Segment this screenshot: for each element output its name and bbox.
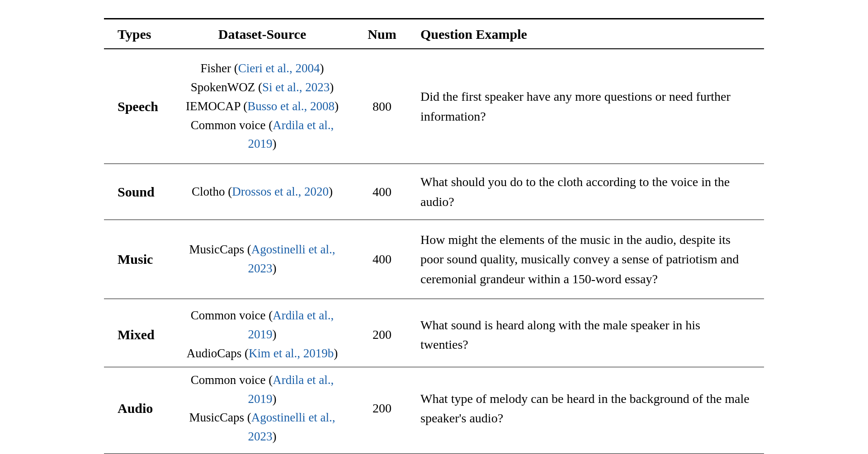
num-cell: 400: [357, 164, 407, 220]
num-cell: 200: [357, 299, 407, 367]
type-cell: Speech: [104, 49, 167, 164]
question-cell: What sound is heard along with the male …: [407, 299, 764, 367]
type-cell: Mixed: [104, 299, 167, 367]
citation: Ardila et al., 2019: [248, 118, 334, 151]
citation: Drossos et al., 2020: [232, 185, 329, 198]
table-row: Sound Clotho (Drossos et al., 2020) 400 …: [104, 164, 764, 220]
col-header-question: Question Example: [407, 19, 764, 49]
table-row: Audio Common voice (Ardila et al., 2019)…: [104, 367, 764, 454]
source-cell: Common voice (Ardila et al., 2019) Music…: [167, 367, 357, 454]
table-row: Mixed Common voice (Ardila et al., 2019)…: [104, 299, 764, 367]
num-cell: 400: [357, 220, 407, 299]
citation: Agostinelli et al., 2023: [248, 411, 335, 443]
citation: Busso et al., 2008: [247, 99, 335, 113]
citation: Kim et al., 2019b: [249, 346, 334, 360]
citation: Si et al., 2023: [262, 80, 330, 94]
table-row: Speech Fisher (Cieri et al., 2004) Spoke…: [104, 49, 764, 164]
col-header-num: Num: [357, 19, 407, 49]
citation: Agostinelli et al., 2023: [248, 243, 335, 275]
type-cell: Audio: [104, 367, 167, 454]
citation: Cieri et al., 2004: [238, 61, 320, 75]
citation: Ardila et al., 2019: [248, 309, 334, 341]
source-cell: Common voice (Ardila et al., 2019) Audio…: [167, 299, 357, 367]
citation: Ardila et al., 2019: [248, 373, 334, 406]
question-cell: What type of melody can be heard in the …: [407, 367, 764, 454]
question-cell: What should you do to the cloth accordin…: [407, 164, 764, 220]
main-container: Types Dataset-Source Num Question Exampl…: [104, 18, 764, 454]
source-cell: Fisher (Cieri et al., 2004) SpokenWOZ (S…: [167, 49, 357, 164]
type-cell: Sound: [104, 164, 167, 220]
col-header-types: Types: [104, 19, 167, 49]
source-cell: MusicCaps (Agostinelli et al., 2023): [167, 220, 357, 299]
type-cell: Music: [104, 220, 167, 299]
source-cell: Clotho (Drossos et al., 2020): [167, 164, 357, 220]
data-table: Types Dataset-Source Num Question Exampl…: [104, 18, 764, 454]
col-header-dataset: Dataset-Source: [167, 19, 357, 49]
num-cell: 800: [357, 49, 407, 164]
question-cell: Did the first speaker have any more ques…: [407, 49, 764, 164]
num-cell: 200: [357, 367, 407, 454]
table-row: Music MusicCaps (Agostinelli et al., 202…: [104, 220, 764, 299]
question-cell: How might the elements of the music in t…: [407, 220, 764, 299]
